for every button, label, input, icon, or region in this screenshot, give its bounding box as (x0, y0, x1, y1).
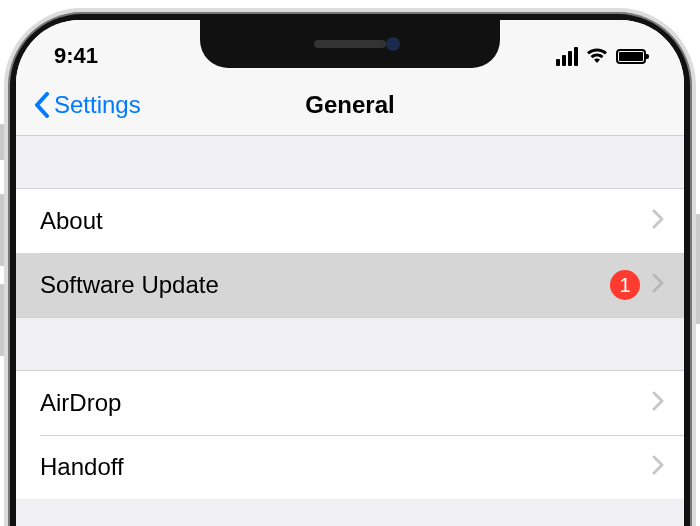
cellular-signal-icon (556, 47, 578, 66)
settings-group-2: AirDrop Handoff (16, 370, 684, 499)
row-label: About (40, 207, 652, 235)
row-label: AirDrop (40, 389, 652, 417)
chevron-right-icon (652, 271, 664, 299)
front-camera (386, 37, 400, 51)
notification-badge: 1 (610, 270, 640, 300)
chevron-right-icon (652, 453, 664, 481)
section-spacer (16, 136, 684, 188)
row-label: Handoff (40, 453, 652, 481)
wifi-icon (586, 48, 608, 64)
section-spacer (16, 318, 684, 370)
mute-switch (0, 124, 6, 160)
navigation-bar: Settings General (16, 74, 684, 136)
row-airdrop[interactable]: AirDrop (16, 371, 684, 435)
back-button[interactable]: Settings (34, 91, 141, 119)
status-icons (556, 47, 646, 66)
device-frame: 9:41 Settings General (10, 14, 690, 526)
side-button (694, 214, 700, 324)
screen: 9:41 Settings General (16, 20, 684, 526)
settings-group-1: About Software Update 1 (16, 188, 684, 318)
display-notch (200, 20, 500, 68)
battery-icon (616, 49, 646, 64)
volume-up-button (0, 194, 6, 266)
row-about[interactable]: About (16, 189, 684, 253)
chevron-left-icon (34, 92, 50, 118)
status-time: 9:41 (54, 43, 98, 69)
earpiece-speaker (314, 40, 386, 48)
row-label: Software Update (40, 271, 610, 299)
device-bezel: 9:41 Settings General (10, 14, 690, 526)
back-button-label: Settings (54, 91, 141, 119)
row-handoff[interactable]: Handoff (16, 435, 684, 499)
chevron-right-icon (652, 389, 664, 417)
row-software-update[interactable]: Software Update 1 (16, 253, 684, 317)
chevron-right-icon (652, 207, 664, 235)
volume-down-button (0, 284, 6, 356)
